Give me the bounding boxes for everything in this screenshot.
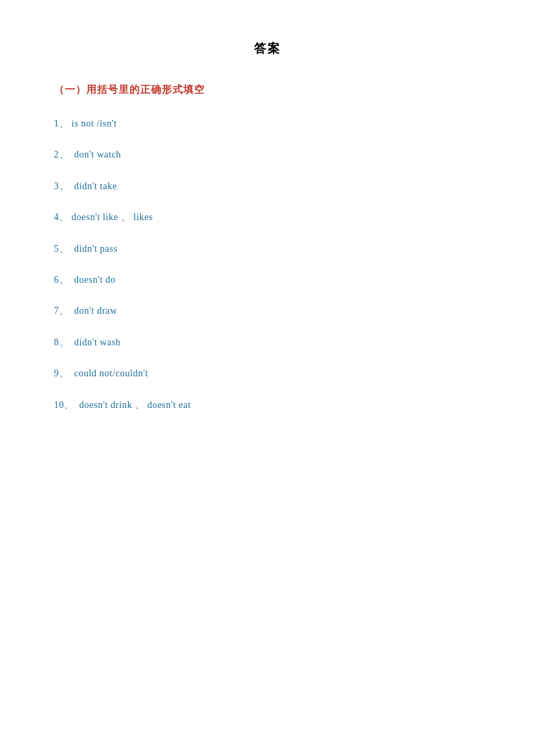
list-item: 10、 doesn't drink 、 doesn't eat [54, 398, 481, 413]
answer-text: didn't take [71, 181, 117, 191]
answer-text: don't watch [71, 149, 121, 160]
answer-number: 7、 [54, 306, 69, 316]
answer-text: didn't wash [71, 337, 121, 347]
answer-text: doesn't like 、 likes [71, 212, 153, 222]
list-item: 9、 could not/couldn't [54, 366, 481, 381]
list-item: 7、 don't draw [54, 304, 481, 318]
answer-number: 5、 [54, 244, 69, 254]
list-item: 6、 doesn't do [54, 273, 481, 287]
answer-number: 6、 [54, 275, 69, 285]
answer-number: 3、 [54, 181, 69, 191]
page-title: 答案 [54, 40, 481, 57]
section-title: （一）用括号里的正确形式填空 [54, 83, 481, 96]
answer-text: is not /isn't [71, 118, 117, 129]
list-item: 3、 didn't take [54, 179, 481, 194]
answer-text: doesn't do [71, 275, 116, 285]
list-item: 1、is not /isn't [54, 116, 481, 131]
list-item: 2、 don't watch [54, 147, 481, 162]
list-item: 4、doesn't like 、 likes [54, 210, 481, 225]
answer-list: 1、is not /isn't2、 don't watch3、 didn't t… [54, 116, 481, 413]
answer-number: 1、 [54, 118, 69, 129]
answer-number: 4、 [54, 212, 69, 222]
list-item: 5、 didn't pass [54, 242, 481, 256]
answer-number: 10、 [54, 400, 74, 410]
answer-number: 9、 [54, 368, 69, 378]
answer-text: didn't pass [71, 244, 117, 254]
answer-number: 8、 [54, 337, 69, 347]
answer-text: doesn't drink 、 doesn't eat [77, 400, 191, 410]
answer-text: don't draw [71, 306, 117, 316]
answer-number: 2、 [54, 149, 69, 160]
list-item: 8、 didn't wash [54, 335, 481, 350]
answer-text: could not/couldn't [71, 368, 148, 378]
